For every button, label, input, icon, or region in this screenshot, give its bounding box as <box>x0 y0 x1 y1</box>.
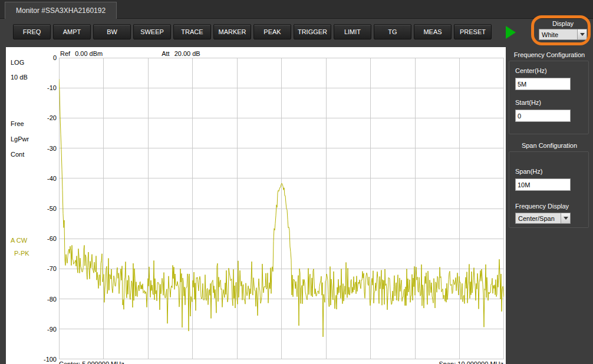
frequency-section-title: Frequency Configuration <box>506 51 593 58</box>
graticule-grid <box>59 58 504 359</box>
y-axis-tick-label: -100 <box>35 356 57 363</box>
toolbar-button-ampt[interactable]: AMPT <box>53 24 91 39</box>
chevron-down-icon[interactable] <box>577 29 587 39</box>
toolbar-button-meas[interactable]: MEAS <box>414 24 452 39</box>
chevron-down-icon[interactable] <box>561 213 570 223</box>
y-axis-tick-label: -10 <box>35 84 57 91</box>
toolbar-button-row: FREQAMPTBWSWEEPTRACEMARKERPEAKTRIGGERLIM… <box>13 24 492 39</box>
span-readout: Span: 10.000000 MHz <box>439 360 503 364</box>
toolbar-button-peak[interactable]: PEAK <box>253 24 291 39</box>
span-group-box: Span(Hz) Frequency Display Center/Span <box>509 151 589 228</box>
att-label: Att <box>162 50 169 57</box>
start-frequency-label: Start(Hz) <box>515 99 541 106</box>
span-input[interactable] <box>515 178 571 191</box>
window-tab-title: Monitor #SSA3XHA2160192 <box>16 6 106 15</box>
app-window: Monitor #SSA3XHA2160192 FREQAMPTBWSWEEPT… <box>0 0 593 364</box>
frequency-display-label: Frequency Display <box>515 203 569 210</box>
frequency-display-value: Center/Span <box>516 215 561 222</box>
scale-per-div-label: 10 dB <box>11 74 28 81</box>
y-axis-tick-label: -50 <box>35 205 57 212</box>
center-frequency-label: Center(Hz) <box>515 67 547 74</box>
toolbar-button-sweep[interactable]: SWEEP <box>133 24 171 39</box>
center-frequency-readout: Center: 5.000000 MHz <box>59 360 124 364</box>
frequency-group-box: Center(Hz) Start(Hz) <box>509 61 589 134</box>
toolbar-button-tg[interactable]: TG <box>374 24 411 39</box>
toolbar-button-bw[interactable]: BW <box>93 24 131 39</box>
display-select-value: White <box>539 31 577 38</box>
reference-attenuation-readout: Ref 0.00 dBm Att 20.00 dB <box>60 50 200 57</box>
span-section-title: Span Configuration <box>506 142 593 149</box>
y-axis-tick-label: -30 <box>35 145 57 152</box>
toolbar-button-preset[interactable]: PRESET <box>454 24 492 39</box>
y-axis-tick-label: -70 <box>35 265 57 272</box>
amplitude-scale-type-label: LOG <box>11 59 24 66</box>
spectrum-display: LOG 10 dB Free LgPwr Cont A CW P-PK Ref … <box>6 47 506 364</box>
toolbar-button-trace[interactable]: TRACE <box>173 24 211 39</box>
ref-label: Ref <box>60 50 70 57</box>
frequency-display-select[interactable]: Center/Span <box>515 213 571 224</box>
trigger-free-label: Free <box>11 120 24 127</box>
y-axis-tick-label: -90 <box>35 326 57 333</box>
att-value: 20.00 dB <box>174 50 200 57</box>
display-label: Display <box>539 20 587 27</box>
toolbar-button-trigger[interactable]: TRIGGER <box>294 24 331 39</box>
y-axis-tick-label: -60 <box>35 235 57 242</box>
center-frequency-input[interactable] <box>515 78 571 90</box>
toolbar-button-limit[interactable]: LIMIT <box>334 24 371 39</box>
display-control: Display White <box>539 20 587 40</box>
spectrum-plot <box>59 58 504 359</box>
trace-a-cw-label: A CW <box>11 237 27 244</box>
ref-value: 0.00 dBm <box>75 50 103 57</box>
tab-bar: Monitor #SSA3XHA2160192 <box>0 0 593 19</box>
window-tab[interactable]: Monitor #SSA3XHA2160192 <box>5 2 117 19</box>
y-axis-tick-label: -20 <box>35 114 57 121</box>
start-frequency-input[interactable] <box>515 110 571 122</box>
display-select[interactable]: White <box>539 29 587 40</box>
sweep-cont-label: Cont <box>11 151 24 158</box>
toolbar-button-marker[interactable]: MARKER <box>213 24 251 39</box>
toolbar: FREQAMPTBWSWEEPTRACEMARKERPEAKTRIGGERLIM… <box>0 19 593 47</box>
preamp-lgpwr-label: LgPwr <box>11 135 29 143</box>
run-button[interactable] <box>506 25 520 39</box>
y-axis-tick-label: 0 <box>35 54 57 61</box>
y-axis-tick-label: -80 <box>35 296 57 303</box>
y-axis-tick-label: -40 <box>35 175 57 182</box>
span-label: Span(Hz) <box>515 168 542 175</box>
control-panel: Frequency Configuration Center(Hz) Start… <box>506 47 593 364</box>
toolbar-button-freq[interactable]: FREQ <box>13 24 51 39</box>
detector-p-pk-label: P-PK <box>14 250 29 257</box>
play-icon <box>506 26 516 39</box>
